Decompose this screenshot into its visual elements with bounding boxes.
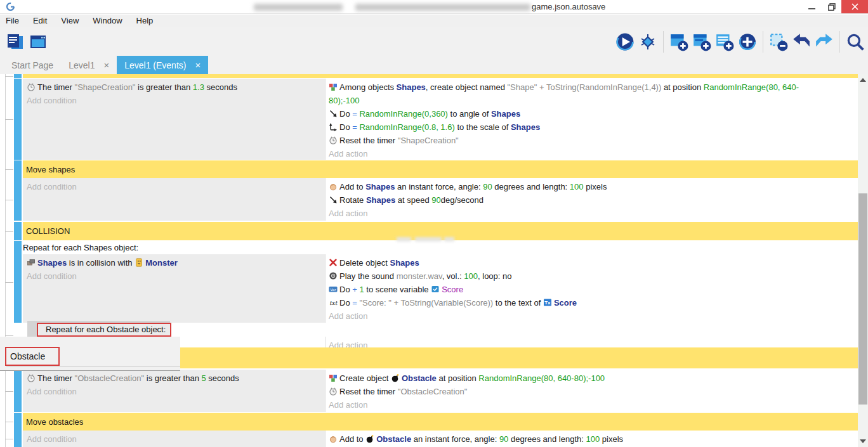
action-line[interactable]: VarDo + 1 to scene variable Score: [329, 283, 827, 296]
event-drag-handle[interactable]: [14, 178, 22, 221]
action-line[interactable]: Among objects Shapes, create object name…: [329, 81, 827, 107]
conditions-column[interactable]: The timer "ObstacleCreation" is greater …: [23, 370, 325, 412]
actions-column[interactable]: Delete object ShapesPlay the sound monst…: [325, 254, 858, 323]
add-condition-button[interactable]: Add condition: [27, 94, 322, 107]
event-drag-handle[interactable]: [14, 160, 22, 178]
tab-level1-events-[interactable]: Level1 (Events)×: [117, 56, 208, 74]
autocomplete-item[interactable]: Obstacle: [5, 347, 60, 366]
vertical-scrollbar[interactable]: [858, 74, 868, 447]
menu-item-window[interactable]: Window: [86, 15, 129, 27]
project-manager-button[interactable]: [4, 30, 27, 54]
tab-close-icon[interactable]: ×: [195, 60, 201, 70]
repeat-event-header[interactable]: Repeat for each Obstacle object:: [23, 323, 858, 337]
tab-close-icon[interactable]: ×: [103, 60, 109, 70]
text-segment: Score: [554, 298, 577, 308]
add-action-button[interactable]: Add action: [329, 207, 827, 220]
menu-item-edit[interactable]: Edit: [26, 15, 54, 27]
blurred-title-text: [254, 4, 343, 11]
scrollbar-thumb[interactable]: [858, 193, 867, 405]
event-drag-handle[interactable]: [14, 241, 22, 323]
comment-row[interactable]: Move shapes: [0, 160, 858, 178]
comment-row[interactable]: Move obstacles: [0, 413, 858, 431]
conditions-column[interactable]: Add condition: [23, 178, 325, 221]
event-drag-handle[interactable]: [14, 222, 22, 240]
action-line[interactable]: Play the sound monster.wav, vol.: 100, l…: [329, 269, 827, 283]
text-segment: Do: [339, 298, 352, 308]
add-condition-button[interactable]: Add condition: [27, 432, 322, 446]
selected-repeat-header[interactable]: Repeat for each Obstacle object:: [37, 323, 171, 337]
repeat-event-header[interactable]: Repeat for each Shapes object:: [23, 241, 858, 254]
actions-column[interactable]: Add to Obstacle an instant force, angle:…: [325, 431, 858, 447]
action-line[interactable]: Reset the timer "ShapeCreation": [329, 134, 827, 147]
condition-line[interactable]: The timer "ObstacleCreation" is greater …: [27, 372, 322, 385]
action-line[interactable]: txtDo = "Score: " + ToString(Variable(Sc…: [329, 296, 827, 309]
restore-button[interactable]: [822, 0, 841, 13]
comment-band[interactable]: Move shapes: [23, 160, 858, 178]
text-segment: "Shape" + ToString(RandomInRange(1,4)): [508, 82, 662, 92]
tab-level1[interactable]: Level1×: [61, 56, 117, 74]
event-drag-handle[interactable]: [14, 79, 22, 160]
text-segment: pixels: [600, 434, 623, 444]
action-line[interactable]: Delete object Shapes: [329, 256, 827, 269]
debug-button[interactable]: [636, 30, 659, 54]
action-line[interactable]: Add to Shapes an instant force, angle: 9…: [329, 180, 827, 193]
remove-event-button[interactable]: [767, 30, 790, 54]
event-body: Add conditionAdd to Obstacle an instant …: [23, 431, 858, 447]
action-line[interactable]: Do = RandomInRange(0,360) to angle of Sh…: [329, 107, 827, 120]
add-condition-button[interactable]: Add condition: [27, 269, 322, 283]
tree-tick: [5, 439, 13, 439]
event-drag-handle[interactable]: [14, 431, 22, 447]
add-condition-button[interactable]: Add condition: [27, 180, 322, 193]
minimize-button[interactable]: [802, 0, 821, 13]
event-row: Add conditionAdd to Obstacle an instant …: [0, 431, 858, 447]
tree-tick: [5, 422, 13, 422]
conditions-column[interactable]: The timer "ShapeCreation" is greater tha…: [23, 79, 325, 160]
event-drag-handle[interactable]: [14, 370, 22, 412]
menu-item-help[interactable]: Help: [129, 15, 161, 27]
conditions-column[interactable]: Add condition: [23, 431, 325, 447]
tab-start-page[interactable]: Start Page: [4, 56, 61, 74]
add-action-button[interactable]: Add action: [329, 147, 827, 160]
blur-artifact: [415, 237, 442, 242]
action-line[interactable]: Do = RandomInRange(0.8, 1.6) to the scal…: [329, 120, 827, 134]
close-button[interactable]: [841, 0, 868, 13]
comment-band[interactable]: Move obstacles: [23, 413, 858, 431]
toolbar-separator: [763, 31, 763, 53]
action-line[interactable]: Create object Obstacle at position Rando…: [329, 372, 827, 385]
condition-line[interactable]: The timer "ShapeCreation" is greater tha…: [27, 81, 322, 94]
add-condition-button[interactable]: Add condition: [27, 385, 322, 398]
action-line[interactable]: Add to Obstacle an instant force, angle:…: [329, 432, 827, 446]
add-comment-button[interactable]: [713, 30, 736, 54]
scene-editor-button[interactable]: [27, 30, 49, 54]
text-segment: =: [352, 122, 359, 132]
event-row: The timer "ObstacleCreation" is greater …: [0, 370, 858, 412]
add-new-button[interactable]: [736, 30, 759, 54]
add-subevent-button[interactable]: [690, 30, 713, 54]
scroll-up-arrow-icon[interactable]: [860, 78, 866, 82]
action-line[interactable]: Rotate Shapes at speed 90deg/second: [329, 193, 827, 207]
actions-column[interactable]: Add action: [325, 337, 858, 347]
actions-column[interactable]: Add to Shapes an instant force, angle: 9…: [325, 178, 858, 221]
menu-item-view[interactable]: View: [54, 15, 86, 27]
event-drag-handle[interactable]: [14, 413, 22, 431]
condition-line[interactable]: Shapes is in collision with Monster: [27, 256, 322, 269]
scroll-down-arrow-icon[interactable]: [860, 439, 866, 443]
action-line[interactable]: Reset the timer "ObstacleCreation": [329, 385, 827, 398]
conditions-column[interactable]: Shapes is in collision with MonsterAdd c…: [23, 254, 325, 323]
add-action-button[interactable]: Add action: [329, 309, 827, 323]
text-object-icon: Tx: [543, 298, 552, 307]
redo-button[interactable]: [813, 30, 836, 54]
text-segment: 90: [499, 434, 508, 444]
text-segment: is in collision with: [67, 258, 135, 268]
text-segment: at position: [661, 82, 704, 92]
actions-column[interactable]: Create object Obstacle at position Rando…: [325, 370, 858, 412]
actions-column[interactable]: Among objects Shapes, create object name…: [325, 79, 858, 160]
play-button[interactable]: [614, 30, 636, 54]
add-action-button[interactable]: Add action: [329, 398, 827, 411]
comment-text: COLLISION: [26, 226, 70, 236]
search-button[interactable]: [844, 30, 867, 54]
menu-item-file[interactable]: File: [0, 15, 26, 27]
undo-button[interactable]: [790, 30, 813, 54]
blur-artifact: [397, 237, 411, 242]
add-event-button[interactable]: [667, 30, 690, 54]
